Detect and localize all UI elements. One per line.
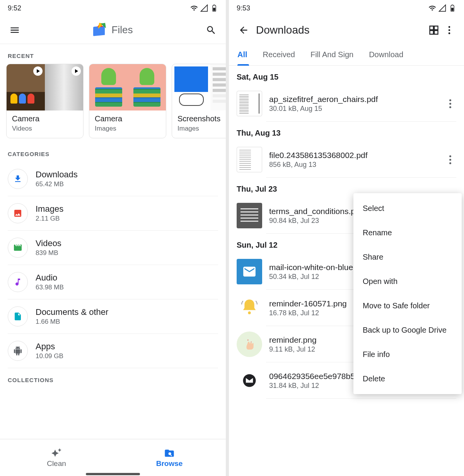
files-logo-icon	[93, 23, 107, 37]
grid-icon	[428, 25, 439, 36]
recent-thumbnail	[89, 64, 166, 110]
date-header: Thu, Aug 13	[229, 122, 464, 141]
section-categories-label: CATEGORIES	[0, 142, 226, 162]
category-title: Downloads	[36, 170, 78, 180]
folder-search-icon	[164, 448, 175, 459]
menu-file-info[interactable]: File info	[353, 342, 462, 367]
tab-all[interactable]: All	[237, 44, 255, 65]
search-icon	[206, 25, 217, 36]
image-icon	[8, 203, 28, 223]
svg-point-6	[449, 32, 450, 34]
back-button[interactable]	[236, 22, 251, 38]
file-name: file0.243586135368002.pdf	[269, 151, 437, 160]
app-title: Files	[112, 24, 133, 36]
recent-thumbnail	[172, 64, 226, 110]
gesture-bar	[86, 473, 140, 475]
category-size: 65.42 MB	[36, 180, 78, 188]
section-collections-label: COLLECTIONS	[0, 368, 226, 388]
category-images[interactable]: Images2.11 GB	[8, 196, 218, 231]
svg-point-4	[449, 26, 450, 28]
file-sub: 30.01 kB, Aug 15	[269, 105, 437, 113]
menu-move-safe[interactable]: Move to Safe folder	[353, 294, 462, 318]
recent-thumbnail	[7, 64, 83, 110]
category-size: 1.66 MB	[36, 318, 108, 326]
view-grid-button[interactable]	[426, 22, 442, 38]
file-name: ap_sizefitref_aeron_chairs.pdf	[269, 95, 437, 104]
apps-icon	[8, 341, 28, 361]
sparkle-icon	[51, 448, 62, 459]
category-audio[interactable]: Audio63.98 MB	[8, 265, 218, 299]
page-title: Downloads	[256, 24, 310, 36]
tab-download[interactable]: Download	[361, 44, 411, 65]
status-bar: 9:52	[0, 0, 226, 16]
recent-sub: Images	[95, 125, 160, 133]
recent-sub: Images	[177, 125, 226, 133]
category-title: Apps	[36, 342, 63, 352]
signal-icon	[200, 4, 208, 12]
recent-card-screenshots[interactable]: Screenshots Images	[172, 64, 226, 138]
menu-button[interactable]	[7, 22, 22, 38]
tab-received[interactable]: Received	[255, 44, 303, 65]
menu-select[interactable]: Select	[353, 196, 462, 221]
email-round-thumb-icon	[237, 368, 262, 393]
file-sub: 856 kB, Aug 13	[269, 161, 437, 169]
nav-browse-label: Browse	[156, 459, 183, 468]
battery-icon	[210, 4, 218, 12]
category-videos[interactable]: Videos839 MB	[8, 231, 218, 265]
file-row[interactable]: file0.243586135368002.pdf 856 kB, Aug 13	[229, 141, 464, 178]
menu-open-with[interactable]: Open with	[353, 269, 462, 294]
wifi-icon	[428, 4, 436, 12]
recent-card-camera-images[interactable]: Camera Images	[89, 64, 166, 138]
search-button[interactable]	[203, 22, 219, 38]
nav-clean[interactable]: Clean	[0, 439, 113, 476]
menu-rename[interactable]: Rename	[353, 221, 462, 245]
play-icon	[72, 66, 81, 76]
svg-point-5	[449, 29, 450, 31]
bottom-nav: Clean Browse	[0, 439, 226, 476]
nav-browse[interactable]: Browse	[113, 439, 226, 476]
category-size: 63.98 MB	[36, 284, 64, 291]
category-title: Documents & other	[36, 307, 108, 317]
recent-title: Camera	[95, 114, 160, 123]
video-icon	[8, 238, 28, 258]
status-icons	[428, 4, 456, 12]
hamburger-icon	[9, 25, 20, 36]
file-row[interactable]: ap_sizefitref_aeron_chairs.pdf 30.01 kB,…	[229, 85, 464, 122]
menu-backup-drive[interactable]: Back up to Google Drive	[353, 318, 462, 342]
svg-point-1	[169, 452, 171, 455]
signal-icon	[438, 4, 446, 12]
recent-title: Screenshots	[177, 114, 226, 123]
category-apps[interactable]: Apps10.09 GB	[8, 334, 218, 368]
play-icon	[33, 66, 43, 76]
category-downloads[interactable]: Downloads65.42 MB	[8, 162, 218, 196]
tab-fill-and-sign[interactable]: Fill And Sign	[303, 44, 361, 65]
date-header: Sat, Aug 15	[229, 66, 464, 85]
pdf-thumb-icon	[237, 91, 262, 116]
arrow-back-icon	[238, 25, 249, 36]
bell-thumb-icon	[237, 295, 262, 321]
status-icons	[190, 4, 218, 12]
tabs: All Received Fill And Sign Download	[229, 44, 464, 66]
audio-icon	[8, 272, 28, 292]
pdf-thumb-icon	[237, 147, 262, 172]
pdf-thumb-icon	[237, 203, 262, 228]
battery-icon	[449, 4, 456, 12]
nav-clean-label: Clean	[47, 459, 66, 468]
category-size: 10.09 GB	[36, 352, 63, 360]
category-title: Audio	[36, 273, 64, 283]
section-recent-label: RECENT	[0, 44, 226, 64]
recent-card-camera-videos[interactable]: Camera Videos	[6, 64, 84, 138]
file-more-button[interactable]	[444, 99, 456, 108]
category-title: Videos	[36, 238, 61, 248]
more-button[interactable]	[442, 22, 457, 38]
svg-point-7	[248, 311, 251, 314]
category-documents[interactable]: Documents & other1.66 MB	[8, 299, 218, 334]
svg-rect-0	[213, 8, 215, 11]
menu-share[interactable]: Share	[353, 245, 462, 269]
status-time: 9:53	[237, 4, 250, 12]
menu-delete[interactable]: Delete	[353, 367, 462, 391]
download-icon	[8, 169, 28, 189]
app-title-wrap: Files	[93, 23, 133, 37]
category-title: Images	[36, 204, 63, 214]
file-more-button[interactable]	[444, 155, 456, 164]
